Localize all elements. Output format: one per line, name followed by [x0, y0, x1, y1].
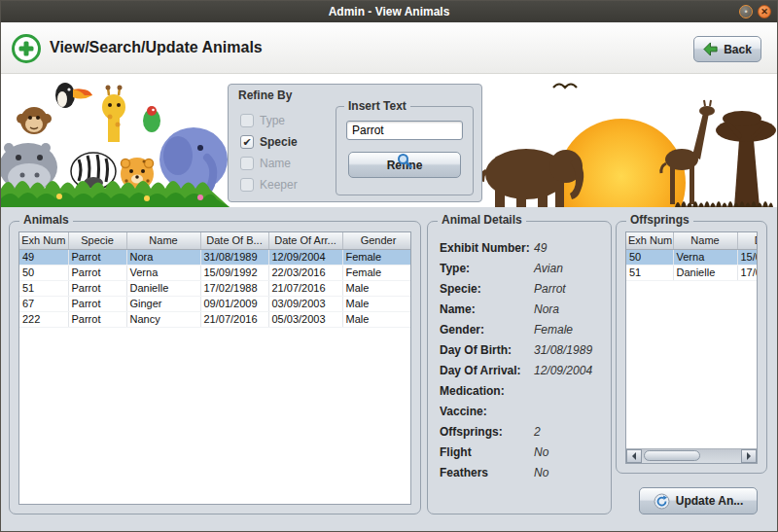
insert-text-title: Insert Text — [344, 99, 410, 113]
detail-label: Day Of Birth: — [440, 343, 534, 357]
animals-group: Animals Exh NumSpecieNameDate Of B...Dat… — [9, 221, 421, 514]
table-cell[interactable]: 49 — [19, 249, 68, 265]
table-cell[interactable]: Parrot — [68, 265, 126, 280]
search-icon — [397, 153, 412, 168]
detail-row: Type:Avian — [440, 258, 605, 278]
table-cell[interactable]: 67 — [19, 296, 68, 311]
scroll-right-button[interactable] — [741, 449, 757, 463]
table-cell[interactable]: Parrot — [68, 296, 126, 311]
table-cell[interactable]: 31/08/1989 — [200, 249, 268, 265]
table-cell[interactable]: Nora — [126, 249, 200, 265]
table-cell[interactable]: 51 — [19, 280, 68, 296]
table-cell[interactable]: 15/0 — [737, 249, 758, 265]
offsprings-group-title: Offsprings — [626, 213, 693, 227]
table-cell[interactable]: 22/03/2016 — [268, 265, 342, 280]
detail-value: Female — [534, 323, 573, 337]
horizontal-scrollbar[interactable] — [626, 448, 757, 463]
detail-value: 2 — [534, 425, 541, 439]
detail-row: Specie:Parrot — [440, 278, 605, 299]
detail-value: Parrot — [534, 282, 566, 296]
table-cell[interactable]: 17/0 — [737, 265, 758, 280]
table-cell[interactable]: 17/02/1988 — [200, 280, 268, 296]
checkbox-label: Keeper — [260, 178, 298, 192]
table-cell[interactable]: Ginger — [126, 296, 200, 311]
table-cell[interactable]: 09/01/2009 — [200, 296, 268, 311]
detail-value: Avian — [534, 262, 563, 275]
table-cell[interactable]: Male — [342, 296, 411, 311]
column-header[interactable]: Name — [126, 232, 200, 249]
scrollbar-track[interactable] — [642, 449, 741, 463]
page-header: View/Search/Update Animals Back — [1, 22, 777, 74]
table-row[interactable]: 50ParrotVerna15/09/199222/03/2016Female — [19, 265, 411, 280]
column-header[interactable]: Exh Num — [19, 232, 68, 249]
table-cell[interactable]: 50 — [626, 249, 673, 265]
table-cell[interactable]: Verna — [126, 265, 200, 280]
back-button[interactable]: Back — [693, 36, 761, 62]
table-row[interactable]: 51ParrotDanielle17/02/198821/07/2016Male — [19, 280, 411, 296]
table-cell[interactable]: 15/09/1992 — [200, 265, 268, 280]
table-cell[interactable]: 51 — [626, 265, 673, 280]
table-cell[interactable]: Nancy — [126, 311, 200, 327]
checkbox-box[interactable]: ✔ — [240, 135, 254, 149]
insert-text-group: Insert Text Refine — [336, 106, 474, 195]
table-cell[interactable]: Parrot — [68, 249, 126, 265]
scroll-left-button[interactable] — [626, 449, 642, 463]
table-row[interactable]: 222ParrotNancy21/07/201605/03/2003Male — [19, 311, 411, 327]
column-header[interactable]: Name — [673, 232, 737, 249]
table-row[interactable]: 51Danielle17/0 — [626, 265, 758, 280]
table-cell[interactable]: 21/07/2016 — [200, 311, 268, 327]
search-input[interactable] — [346, 121, 463, 140]
table-cell[interactable]: 05/03/2003 — [268, 311, 342, 327]
table-row[interactable]: 49ParrotNora31/08/198912/09/2004Female — [19, 249, 411, 265]
detail-row: Name:Nora — [440, 299, 605, 319]
table-cell[interactable]: Female — [342, 265, 411, 280]
table-cell[interactable]: Female — [342, 249, 411, 265]
checkbox-specie[interactable]: ✔Specie — [240, 131, 298, 153]
back-arrow-icon — [703, 42, 718, 56]
column-header[interactable]: Date Of B... — [200, 232, 268, 249]
cartoon-animals-image — [1, 74, 230, 207]
detail-label: Flight — [440, 445, 534, 459]
minimize-button[interactable]: • — [739, 5, 753, 18]
column-header[interactable]: Dat... — [737, 232, 758, 249]
animals-table[interactable]: Exh NumSpecieNameDate Of B...Date Of Arr… — [19, 232, 411, 328]
table-cell[interactable]: Danielle — [673, 265, 737, 280]
offsprings-table[interactable]: Exh NumNameDat...50Verna15/051Danielle17… — [626, 232, 758, 281]
table-cell[interactable]: 21/07/2016 — [268, 280, 342, 296]
scrollbar-thumb[interactable] — [644, 450, 700, 461]
add-icon — [11, 33, 42, 64]
refine-button[interactable]: Refine — [348, 152, 461, 178]
banner: Refine By Type✔SpecieNameKeeper Insert T… — [1, 74, 777, 207]
column-header[interactable]: Specie — [68, 232, 126, 249]
detail-row: Day Of Birth:31/08/1989 — [440, 339, 605, 360]
update-animal-button[interactable]: Update An... — [639, 487, 758, 514]
checkbox-box — [240, 114, 254, 127]
window-controls: • ✕ — [739, 5, 771, 18]
column-header[interactable]: Gender — [342, 232, 411, 249]
table-cell[interactable]: Parrot — [68, 280, 126, 296]
titlebar: Admin - View Animals • ✕ — [1, 1, 777, 22]
table-row[interactable]: 50Verna15/0 — [626, 249, 758, 265]
animal-details-list: Exhibit Number:49Type:AvianSpecie:Parrot… — [440, 237, 605, 482]
table-cell[interactable]: 50 — [19, 265, 68, 280]
table-cell[interactable]: Parrot — [68, 311, 126, 327]
table-cell[interactable]: Male — [342, 280, 411, 296]
table-cell[interactable]: 03/09/2003 — [268, 296, 342, 311]
table-cell[interactable]: 222 — [19, 311, 68, 327]
table-cell[interactable]: Male — [342, 311, 411, 327]
table-cell[interactable]: Danielle — [126, 280, 200, 296]
detail-label: Gender: — [440, 323, 534, 337]
detail-row: Medication: — [440, 380, 605, 401]
table-row[interactable]: 67ParrotGinger09/01/200903/09/2003Male — [19, 296, 411, 311]
checkbox-box — [240, 178, 254, 192]
table-cell[interactable]: Verna — [673, 249, 737, 265]
detail-value: Nora — [534, 302, 559, 316]
refine-checkbox-list: Type✔SpecieNameKeeper — [240, 110, 298, 195]
left-arrow-icon — [632, 452, 636, 460]
table-cell[interactable]: 12/09/2004 — [268, 249, 342, 265]
close-button[interactable]: ✕ — [758, 5, 771, 18]
detail-label: Type: — [440, 262, 534, 275]
column-header[interactable]: Date Of Arr... — [268, 232, 342, 249]
column-header[interactable]: Exh Num — [626, 232, 673, 249]
detail-label: Day Of Arrival: — [440, 364, 534, 377]
